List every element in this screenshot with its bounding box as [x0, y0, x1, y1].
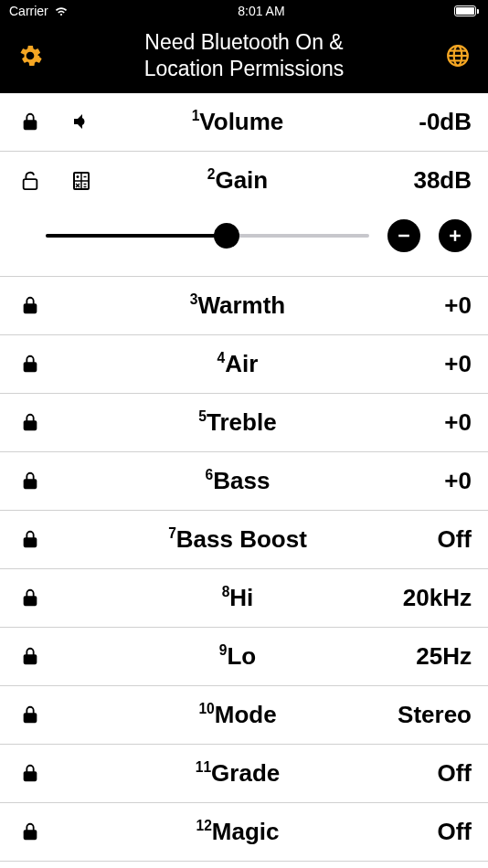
wifi-icon [54, 3, 69, 20]
settings-list: 1Volume -0dB 2Gain 38dB [0, 93, 488, 869]
row-bassboost[interactable]: 7Bass Boost Off [0, 511, 488, 569]
row-label: 8Hi [104, 584, 371, 612]
header-title: Need Bluetooth On & Location Permissions [44, 29, 444, 82]
settings-button[interactable] [16, 42, 44, 69]
row-value: +0 [371, 350, 472, 378]
lock-icon [16, 587, 44, 608]
slider-thumb[interactable] [214, 223, 239, 249]
status-bar: Carrier 8:01 AM [0, 0, 488, 22]
row-label: 11Grade [104, 759, 371, 788]
row-value: 25Hz [371, 642, 472, 671]
unlock-icon [16, 171, 44, 191]
row-lo[interactable]: 9Lo 25Hz [0, 628, 488, 686]
lock-icon [16, 111, 44, 132]
row-volume[interactable]: 1Volume -0dB [0, 93, 488, 152]
row-warmth[interactable]: 3Warmth +0 [0, 277, 488, 335]
row-gain[interactable]: 2Gain 38dB [0, 152, 488, 210]
app-header: Need Bluetooth On & Location Permissions [0, 22, 488, 93]
row-bass[interactable]: 6Bass +0 [0, 452, 488, 511]
lock-icon [16, 529, 44, 549]
row-value: Off [371, 759, 472, 788]
lock-icon [16, 821, 44, 842]
row-gain-block: 2Gain 38dB [0, 152, 488, 277]
row-label: 5Treble [104, 408, 371, 437]
row-hi[interactable]: 8Hi 20kHz [0, 569, 488, 628]
row-label: 7Bass Boost [104, 525, 371, 554]
row-value: +0 [371, 408, 472, 437]
row-value: 38dB [371, 166, 472, 195]
row-label: 1Volume [104, 108, 371, 136]
battery-icon [454, 5, 479, 16]
row-fx[interactable]: 13FX [0, 862, 488, 869]
row-label: 4Air [104, 350, 371, 378]
speaker-icon [58, 111, 104, 132]
row-value: 20kHz [371, 584, 472, 612]
lock-icon [16, 646, 44, 666]
row-label: 10Mode [104, 701, 371, 729]
row-value: Off [371, 525, 472, 554]
row-label: 9Lo [104, 642, 371, 671]
row-value: -0dB [371, 108, 472, 136]
lock-icon [16, 471, 44, 491]
increase-button[interactable] [439, 219, 472, 252]
row-grade[interactable]: 11Grade Off [0, 745, 488, 803]
lock-icon [16, 354, 44, 374]
row-value: Stereo [371, 701, 472, 729]
row-magic[interactable]: 12Magic Off [0, 803, 488, 862]
calculator-icon [58, 170, 104, 192]
carrier-label: Carrier [9, 4, 48, 18]
row-value: Off [371, 818, 472, 846]
gain-slider-row [0, 210, 488, 276]
row-treble[interactable]: 5Treble +0 [0, 394, 488, 452]
row-value: +0 [371, 291, 472, 320]
row-label: 6Bass [104, 467, 371, 495]
row-value: +0 [371, 467, 472, 495]
row-air[interactable]: 4Air +0 [0, 335, 488, 394]
lock-icon [16, 704, 44, 725]
time-label: 8:01 AM [238, 4, 284, 18]
lock-icon [16, 412, 44, 432]
row-label: 12Magic [104, 818, 371, 846]
decrease-button[interactable] [387, 219, 420, 252]
row-mode[interactable]: 10Mode Stereo [0, 686, 488, 745]
lock-icon [16, 295, 44, 315]
row-label: 2Gain [104, 166, 371, 195]
row-label: 3Warmth [104, 291, 371, 320]
globe-button[interactable] [444, 42, 472, 69]
lock-icon [16, 763, 44, 783]
gain-slider[interactable] [46, 225, 369, 247]
